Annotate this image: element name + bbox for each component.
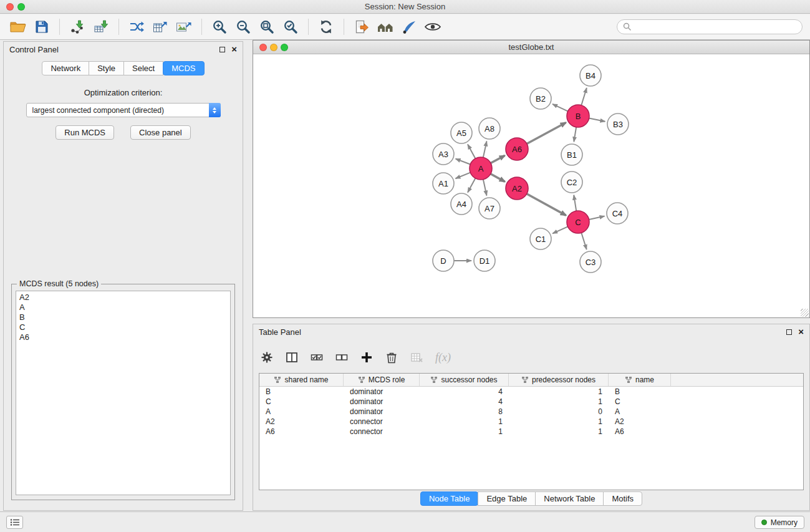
refresh-layout-button[interactable]: [314, 16, 338, 37]
graph-edge-A-A6[interactable]: [491, 155, 505, 163]
shuffle-network-button[interactable]: [125, 16, 148, 37]
deselect-all-button[interactable]: [335, 352, 348, 362]
network-canvas[interactable]: AA1A2A3A4A5A6A7A8BB1B2B3B4CC1C2C3C4DD1: [253, 55, 809, 317]
table-cell[interactable]: connector: [344, 417, 420, 427]
graph-edge-A2-C[interactable]: [527, 194, 566, 216]
mcds-result-item[interactable]: A: [19, 302, 227, 312]
save-session-button[interactable]: [30, 16, 54, 37]
zoom-in-button[interactable]: [208, 16, 231, 37]
graph-node-C4[interactable]: C4: [607, 203, 628, 224]
close-table-panel-icon[interactable]: ×: [798, 328, 804, 336]
graph-node-A5[interactable]: A5: [451, 122, 472, 143]
export-image-button[interactable]: [172, 16, 196, 37]
optimization-criterion-select[interactable]: largest connected component (directed): [26, 103, 221, 117]
table-cell[interactable]: dominator: [344, 407, 420, 417]
close-panel-icon[interactable]: ×: [231, 46, 237, 53]
graph-edge-A-A7[interactable]: [483, 180, 487, 196]
table-cell[interactable]: C: [609, 397, 671, 407]
import-table-button[interactable]: [89, 16, 113, 37]
column-header-predecessor-nodes[interactable]: predecessor nodes: [509, 374, 609, 386]
graph-node-B1[interactable]: B1: [561, 144, 582, 165]
table-row[interactable]: Cdominator41C: [259, 397, 803, 407]
import-document-button[interactable]: [350, 16, 374, 37]
table-cell[interactable]: 4: [420, 397, 509, 407]
graph-edge-C-C1[interactable]: [552, 226, 567, 233]
open-session-button[interactable]: [6, 16, 30, 37]
table-cell[interactable]: A2: [259, 417, 344, 427]
tab-edge-table[interactable]: Edge Table: [478, 491, 536, 506]
graph-edge-A-A5[interactable]: [468, 144, 475, 158]
graph-edge-A6-B[interactable]: [527, 122, 566, 143]
float-panel-icon[interactable]: [219, 47, 225, 52]
table-cell[interactable]: 1: [509, 417, 609, 427]
delete-table-button[interactable]: [410, 351, 423, 364]
table-cell[interactable]: 0: [509, 407, 609, 417]
zoom-fit-button[interactable]: [255, 16, 279, 37]
table-row[interactable]: Adominator80A: [259, 407, 803, 417]
graph-edge-C-C3[interactable]: [581, 233, 586, 249]
resize-grip[interactable]: [801, 309, 809, 317]
graph-node-D[interactable]: D: [433, 250, 454, 271]
show-hide-button[interactable]: [421, 16, 445, 37]
graph-node-C3[interactable]: C3: [580, 251, 601, 273]
graph-node-C1[interactable]: C1: [530, 228, 551, 249]
column-header-mcds-role[interactable]: MCDS role: [344, 374, 420, 386]
table-cell[interactable]: C: [259, 397, 344, 407]
tab-network[interactable]: Network: [42, 61, 89, 75]
table-cell[interactable]: dominator: [344, 387, 420, 397]
table-cell[interactable]: 8: [420, 407, 509, 417]
graph-node-A[interactable]: A: [470, 157, 492, 180]
memory-button[interactable]: Memory: [755, 516, 804, 529]
graph-node-B2[interactable]: B2: [530, 88, 551, 109]
table-cell[interactable]: A: [259, 407, 344, 417]
column-header-successor-nodes[interactable]: successor nodes: [420, 374, 509, 386]
graph-edge-A-A8[interactable]: [483, 142, 487, 158]
graph-node-B3[interactable]: B3: [607, 114, 629, 135]
graph-edge-B-B3[interactable]: [589, 118, 605, 122]
graph-edge-B-B4[interactable]: [581, 88, 587, 105]
graph-node-C2[interactable]: C2: [561, 172, 582, 193]
tab-node-table[interactable]: Node Table: [420, 491, 479, 506]
close-panel-button[interactable]: Close panel: [130, 125, 191, 140]
table-row[interactable]: A2connector11A2: [259, 417, 803, 427]
table-cell[interactable]: dominator: [344, 397, 420, 407]
search-input[interactable]: [635, 22, 796, 31]
graph-node-A3[interactable]: A3: [433, 143, 454, 165]
tab-select[interactable]: Select: [123, 61, 163, 75]
tab-network-table[interactable]: Network Table: [535, 491, 604, 506]
mcds-result-item[interactable]: A2: [19, 293, 227, 302]
graph-edge-A-A4[interactable]: [468, 178, 475, 193]
table-cell[interactable]: A6: [609, 427, 671, 437]
graph-node-A8[interactable]: A8: [479, 118, 500, 139]
table-cell[interactable]: A2: [609, 417, 671, 427]
apply-style-button[interactable]: [397, 16, 421, 37]
graph-node-B[interactable]: B: [567, 105, 589, 127]
graph-edge-A-A3[interactable]: [456, 159, 471, 165]
graph-edge-A-A1[interactable]: [455, 173, 470, 179]
export-table-button[interactable]: [148, 16, 172, 37]
graph-node-D1[interactable]: D1: [474, 250, 495, 271]
import-network-button[interactable]: [65, 16, 89, 37]
function-builder-button[interactable]: f(x): [435, 351, 451, 364]
graph-edge-B-B1[interactable]: [574, 127, 576, 142]
graph-node-C[interactable]: C: [567, 211, 589, 233]
table-cell[interactable]: B: [609, 387, 671, 397]
graph-node-A6[interactable]: A6: [506, 138, 528, 160]
select-all-button[interactable]: [311, 352, 323, 362]
add-column-button[interactable]: [360, 351, 373, 364]
table-cell[interactable]: 1: [509, 427, 609, 437]
table-cell[interactable]: 1: [509, 387, 609, 397]
graph-node-A4[interactable]: A4: [451, 193, 472, 215]
table-cell[interactable]: A: [609, 407, 671, 417]
column-header-shared-name[interactable]: shared name: [259, 374, 344, 386]
graph-node-A2[interactable]: A2: [506, 177, 528, 200]
table-row[interactable]: A6connector11A6: [259, 427, 803, 437]
delete-column-button[interactable]: [385, 351, 398, 364]
network-home-button[interactable]: [374, 16, 397, 37]
mcds-result-item[interactable]: A6: [19, 332, 227, 342]
table-cell[interactable]: 1: [509, 397, 609, 407]
table-cell[interactable]: 1: [420, 427, 509, 437]
graph-edge-C-C2[interactable]: [574, 195, 576, 211]
table-cell[interactable]: 4: [420, 387, 509, 397]
table-row[interactable]: Bdominator41B: [259, 387, 803, 397]
